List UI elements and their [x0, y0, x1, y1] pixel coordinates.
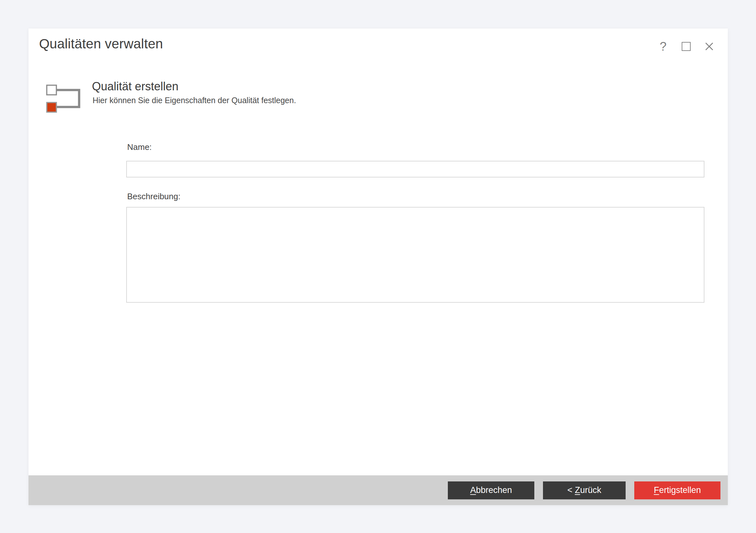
help-icon[interactable]: ?: [658, 40, 668, 53]
description-textarea[interactable]: [126, 207, 704, 303]
close-x-glyph: [704, 41, 714, 51]
window-title: Qualitäten verwalten: [39, 36, 163, 52]
close-icon[interactable]: [704, 40, 715, 53]
button-label-part: ertigstellen: [659, 485, 701, 495]
page-subtitle: Hier können Sie die Eigenschaften der Qu…: [93, 96, 296, 105]
wizard-step-icon: [46, 85, 82, 113]
window-controls: ?: [658, 40, 715, 53]
name-input[interactable]: [126, 161, 704, 177]
button-label-part: bbrechen: [476, 485, 512, 495]
cancel-button[interactable]: Abbrechen: [448, 481, 534, 499]
desktop-background: { "window": { "title": "Qualitäten verwa…: [0, 0, 756, 533]
finish-button[interactable]: Fertigstellen: [634, 481, 720, 499]
button-accesskey: F: [654, 485, 659, 495]
name-label: Name:: [127, 142, 152, 152]
description-label: Beschreibung:: [127, 192, 180, 201]
button-label-part: urück: [580, 485, 601, 495]
maximize-box-glyph: [682, 42, 691, 51]
button-label-part: <: [567, 485, 575, 495]
qualities-manage-dialog: Qualitäten verwalten ? Qualität erstelle…: [29, 29, 728, 505]
button-accesskey: Z: [575, 485, 580, 495]
footer-bar: Abbrechen < Zurück Fertigstellen: [29, 475, 728, 505]
page-title: Qualität erstellen: [92, 80, 178, 93]
back-button[interactable]: < Zurück: [543, 481, 626, 499]
button-accesskey: A: [470, 485, 476, 495]
maximize-icon[interactable]: [681, 40, 691, 53]
